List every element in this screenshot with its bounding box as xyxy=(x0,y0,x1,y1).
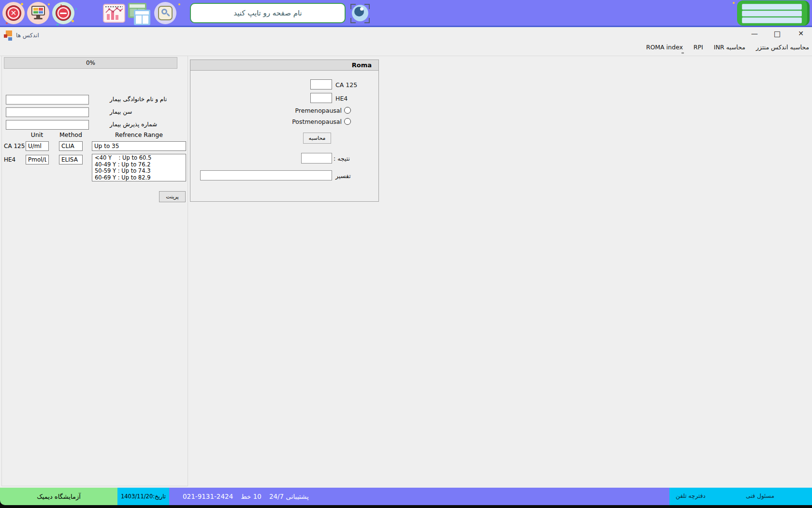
method-header: Method xyxy=(55,131,87,138)
patient-name-label: نام و نام خانوادگی بیمار xyxy=(110,96,167,103)
screenshot-button[interactable] xyxy=(27,2,49,24)
close-button[interactable]: ✕ xyxy=(795,30,807,39)
status-bar: آزمایشگاه دیمیک تاریخ:1403/11/20 021-913… xyxy=(0,488,812,505)
roma-ca125-input[interactable] xyxy=(310,79,332,90)
progress-label: 0% xyxy=(86,60,95,66)
phonebook-button[interactable]: دفترچه تلفن xyxy=(676,493,706,499)
interpretation-input[interactable] xyxy=(200,170,332,180)
he4-range-box[interactable]: <40 Y : Up to 60.5 40-49 Y : Up to 76.2 … xyxy=(92,154,186,181)
maximize-button[interactable]: □ xyxy=(771,30,783,39)
app-root: { "toolbar": { "search_placeholder": "نا… xyxy=(0,0,812,508)
taskbar-edge xyxy=(0,505,812,508)
patient-age-input[interactable] xyxy=(6,107,89,117)
roma-he4-input[interactable] xyxy=(310,93,332,103)
selected-tab-marker xyxy=(682,52,684,54)
premenopausal-radio[interactable] xyxy=(344,107,351,114)
date-label: تاریخ:1403/11/20 xyxy=(121,493,166,500)
patient-admission-input[interactable] xyxy=(6,120,89,130)
he4-unit-input[interactable] xyxy=(26,155,49,164)
tab-inr[interactable]: محاسبه INR xyxy=(714,44,745,51)
search-shortcut-button[interactable] xyxy=(154,2,176,24)
chart-icon xyxy=(103,4,125,23)
lab-name: آزمایشگاه دیمیک xyxy=(37,493,81,500)
ca125-method-input[interactable] xyxy=(59,141,83,151)
ca125-unit-input[interactable] xyxy=(26,141,49,151)
hamburger-menu-button[interactable] xyxy=(737,0,810,26)
roma-ca125-label: CA 125 xyxy=(335,81,357,89)
support-phone: 021-9131-2424 xyxy=(183,493,233,500)
contacts-section: دفترچه تلفن مسئول فنی xyxy=(669,488,812,505)
tab-mentzer-index[interactable]: محاسبه اندکس منتزر xyxy=(756,44,809,51)
reference-range-header: Refrence Range xyxy=(92,131,186,138)
premenopausal-label: Premenopausal xyxy=(289,107,342,114)
calculate-button[interactable]: محاسبه xyxy=(303,133,331,144)
ca125-row-label: CA 125 xyxy=(4,143,25,149)
patient-age-label: سن بیمار xyxy=(110,108,132,115)
close-icon: ✕ xyxy=(6,5,21,21)
pages-shortcut-button[interactable] xyxy=(127,2,151,28)
print-button[interactable]: پرینت xyxy=(159,191,186,202)
tab-rpi[interactable]: RPI xyxy=(694,44,703,51)
patient-admission-label: شماره پذیرش بیمار xyxy=(110,121,157,128)
roma-panel-title: Roma xyxy=(190,60,378,71)
roma-he4-label: HE4 xyxy=(335,95,348,102)
result-label: نتیجه : xyxy=(334,155,350,162)
top-toolbar: ✕ xyxy=(0,0,812,27)
minimize-button[interactable]: — xyxy=(748,30,761,39)
support-label: پشتیبانی 24/7 xyxy=(269,493,309,500)
interpretation-label: تفسیر xyxy=(335,172,351,179)
patient-name-input[interactable] xyxy=(6,95,89,105)
ca125-range-input[interactable] xyxy=(92,141,186,151)
tab-roma-index[interactable]: ROMA index xyxy=(646,44,683,51)
monitor-icon xyxy=(27,2,49,24)
index-tabstrip: ROMA index RPI محاسبه INR محاسبه اندکس م… xyxy=(646,44,809,51)
postmenopausal-label: Postmenopausal xyxy=(289,118,342,125)
window-title: اندکس ها xyxy=(16,32,39,39)
eye-button[interactable] xyxy=(350,4,370,23)
result-input[interactable] xyxy=(301,153,332,164)
date-section: تاریخ:1403/11/20 xyxy=(117,488,169,505)
windows-icon xyxy=(127,2,151,26)
page-search-input[interactable] xyxy=(190,3,346,23)
unit-header: Unit xyxy=(23,131,51,138)
technical-manager-button[interactable]: مسئول فنی xyxy=(746,493,774,499)
minus-icon xyxy=(56,5,71,21)
eye-icon xyxy=(352,5,368,21)
support-lines: 10 خط xyxy=(241,493,261,500)
he4-method-input[interactable] xyxy=(59,155,83,164)
progress-bar: 0% xyxy=(4,57,177,69)
postmenopausal-radio[interactable] xyxy=(344,118,351,125)
lab-name-section: آزمایشگاه دیمیک xyxy=(0,488,117,505)
he4-row-label: HE4 xyxy=(4,156,15,163)
magnifier-icon xyxy=(158,6,173,20)
support-section: 021-9131-2424 10 خط پشتیبانی 24/7 xyxy=(169,488,669,505)
chart-shortcut-button[interactable] xyxy=(103,4,125,25)
